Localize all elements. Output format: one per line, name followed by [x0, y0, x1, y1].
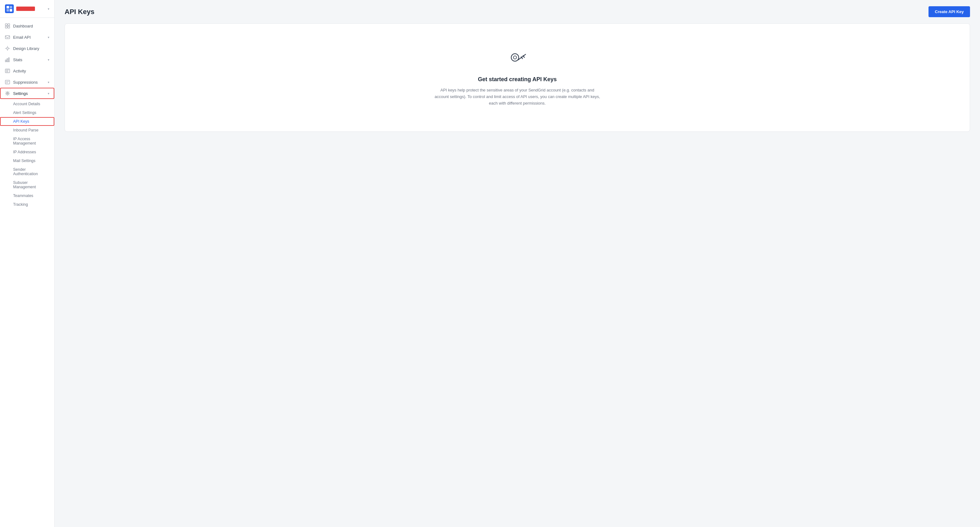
empty-state-description: API keys help protect the sensitive area… — [433, 87, 602, 107]
email-api-icon — [5, 35, 10, 40]
svg-rect-7 — [5, 26, 7, 28]
sidebar-item-email-api[interactable]: Email API ▾ — [0, 32, 54, 43]
subnav-item-account-details[interactable]: Account Details — [0, 100, 54, 108]
design-library-icon — [5, 46, 10, 51]
stats-chevron-icon: ▾ — [48, 58, 49, 62]
dashboard-icon — [5, 24, 10, 29]
svg-rect-8 — [8, 26, 10, 28]
sidebar-item-stats[interactable]: Stats ▾ — [0, 54, 54, 65]
svg-rect-3 — [6, 9, 9, 11]
sidebar-item-suppressions[interactable]: Suppressions ▾ — [0, 76, 54, 88]
email-api-label: Email API — [13, 35, 30, 40]
page-header: API Keys Create API Key — [55, 0, 980, 24]
activity-label: Activity — [13, 69, 26, 73]
svg-rect-13 — [8, 58, 10, 62]
svg-rect-15 — [5, 80, 10, 84]
stats-icon — [5, 57, 10, 62]
svg-rect-4 — [10, 9, 12, 11]
main-content: API Keys Create API Key Get started crea… — [55, 0, 980, 527]
svg-rect-1 — [6, 6, 9, 8]
settings-label: Settings — [13, 91, 28, 96]
subnav-item-ip-access-management[interactable]: IP Access Management — [0, 135, 54, 148]
subnav-item-alert-settings[interactable]: Alert Settings — [0, 108, 54, 117]
svg-rect-6 — [8, 24, 10, 25]
activity-icon — [5, 68, 10, 73]
logo-text — [16, 6, 35, 11]
sidebar-header: ▾ — [0, 0, 54, 18]
settings-subnav: Account Details Alert Settings API Keys … — [0, 99, 54, 210]
svg-rect-5 — [5, 24, 7, 25]
key-icon — [508, 49, 527, 69]
key-icon-wrap — [508, 49, 527, 70]
sidebar-item-activity[interactable]: Activity — [0, 65, 54, 76]
settings-icon — [5, 91, 10, 96]
svg-rect-11 — [5, 60, 6, 62]
suppressions-chevron-icon: ▾ — [48, 81, 49, 84]
subnav-item-inbound-parse[interactable]: Inbound Parse — [0, 126, 54, 135]
empty-state-card: Get started creating API Keys API keys h… — [65, 24, 970, 132]
subnav-item-api-keys[interactable]: API Keys — [0, 117, 54, 126]
content-area: Get started creating API Keys API keys h… — [55, 24, 980, 527]
page-title: API Keys — [65, 8, 94, 16]
svg-point-18 — [514, 56, 517, 59]
subnav-item-subuser-management[interactable]: Subuser Management — [0, 178, 54, 191]
svg-rect-9 — [5, 36, 10, 39]
sidebar-item-settings[interactable]: Settings ▾ — [0, 88, 54, 99]
subnav-item-ip-addresses[interactable]: IP Addresses — [0, 148, 54, 156]
sendgrid-logo-icon — [5, 4, 14, 13]
svg-point-10 — [6, 48, 8, 49]
settings-chevron-icon: ▾ — [48, 92, 49, 95]
suppressions-icon — [5, 80, 10, 84]
svg-rect-2 — [10, 6, 12, 8]
sidebar-navigation: Dashboard Email API ▾ Design Library — [0, 18, 54, 527]
dashboard-label: Dashboard — [13, 24, 33, 29]
subnav-item-sender-authentication[interactable]: Sender Authentication — [0, 165, 54, 178]
subnav-item-tracking[interactable]: Tracking — [0, 200, 54, 209]
design-library-label: Design Library — [13, 46, 39, 51]
empty-state-title: Get started creating API Keys — [478, 76, 557, 83]
logo-chevron-icon[interactable]: ▾ — [48, 7, 49, 11]
sidebar-item-dashboard[interactable]: Dashboard — [0, 20, 54, 32]
sidebar-item-design-library[interactable]: Design Library — [0, 43, 54, 54]
svg-point-16 — [7, 93, 8, 94]
sidebar: ▾ Dashboard Email API ▾ — [0, 0, 55, 527]
svg-point-17 — [511, 54, 519, 61]
suppressions-label: Suppressions — [13, 80, 38, 84]
subnav-item-mail-settings[interactable]: Mail Settings — [0, 156, 54, 165]
svg-rect-0 — [5, 4, 14, 13]
create-api-key-button[interactable]: Create API Key — [929, 6, 970, 17]
svg-rect-12 — [7, 59, 8, 62]
subnav-item-teammates[interactable]: Teammates — [0, 191, 54, 200]
stats-label: Stats — [13, 57, 22, 62]
email-api-chevron-icon: ▾ — [48, 36, 49, 39]
